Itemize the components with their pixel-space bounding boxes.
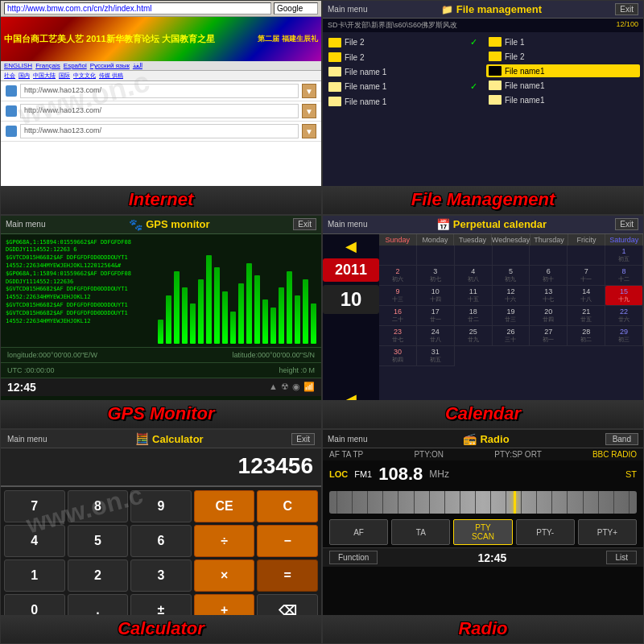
cal-day-28[interactable]: 23廿七 (379, 326, 417, 346)
cal-day-0[interactable] (379, 246, 417, 266)
cal-day-26[interactable]: 21廿五 (568, 306, 605, 326)
search-box[interactable]: Google (274, 2, 318, 14)
nav-link-2[interactable]: 国内 (19, 72, 30, 80)
cal-day-17[interactable]: 12十六 (493, 286, 530, 306)
cal-day-12[interactable]: 7十一 (568, 266, 605, 286)
radio-list-btn[interactable]: List (606, 551, 637, 564)
cal-day-19[interactable]: 14十八 (568, 286, 605, 306)
radio-btn-af[interactable]: AF (329, 519, 388, 545)
lang-de[interactable]: الغة (133, 62, 142, 69)
cal-day-13[interactable]: 8十二 (605, 266, 643, 286)
cal-day-36[interactable]: 31初五 (417, 346, 455, 366)
cal-day-24[interactable]: 19廿三 (493, 306, 530, 326)
bookmark-arrow-1[interactable]: ▼ (302, 84, 316, 98)
radio-menu-btn[interactable]: Main menu (328, 435, 367, 444)
cal-day-9[interactable]: 4初八 (455, 266, 493, 286)
cal-day-30[interactable]: 25廿九 (455, 326, 493, 346)
cal-day-32[interactable]: 27初一 (530, 326, 568, 346)
fm-item-r5[interactable]: File name1 (486, 93, 640, 106)
fm-exit-btn[interactable]: Exit (615, 3, 638, 15)
cal-exit-btn[interactable]: Exit (615, 218, 638, 230)
cal-day-7[interactable]: 2初六 (379, 266, 417, 286)
calc-btn-5[interactable]: 5 (68, 525, 129, 557)
cal-day-34[interactable]: 29初三 (605, 326, 643, 346)
calc-btn-6[interactable]: 6 (130, 525, 192, 557)
radio-band-btn[interactable]: Band (605, 433, 638, 445)
calc-btn-4[interactable]: 4 (4, 525, 65, 557)
calc-btn-8[interactable]: 8 (68, 490, 129, 522)
nav-link-1[interactable]: 社会 (4, 72, 15, 80)
cal-day-8[interactable]: 3初七 (417, 266, 455, 286)
fm-item-r1[interactable]: File 1 (486, 35, 640, 48)
bookmark-url-2[interactable]: http://www.hao123.com/ (20, 104, 299, 118)
cal-day-23[interactable]: 18廿二 (455, 306, 493, 326)
nav-link-3[interactable]: 中国大陆 (33, 72, 56, 80)
radio-btn-ptyminus[interactable]: PTY- (516, 519, 575, 545)
address-bar[interactable]: http://www.bmw.com.cn/cn/zh/index.html (4, 2, 271, 14)
nav-link-5[interactable]: 中文文化 (73, 72, 96, 80)
cal-day-6[interactable]: 1初五 (605, 246, 643, 266)
calc-btn-C[interactable]: C (257, 490, 318, 522)
lang-en[interactable]: ENGLISH (4, 62, 32, 69)
radio-btn-ptyscan[interactable]: PTY SCAN (453, 519, 512, 545)
calc-btn-1[interactable]: 1 (4, 559, 65, 592)
cal-day-25[interactable]: 20廿四 (530, 306, 568, 326)
lang-fr[interactable]: Français (35, 62, 60, 69)
nav-link-6[interactable]: 传媒 供稿 (99, 72, 123, 80)
bookmark-arrow-3[interactable]: ▼ (302, 124, 316, 138)
cal-day-3[interactable] (493, 246, 530, 266)
gps-exit-btn[interactable]: Exit (293, 218, 316, 230)
cal-day-21[interactable]: 16二十 (379, 306, 417, 326)
fm-item-1[interactable]: File 2 ✓ (326, 35, 480, 49)
cal-day-16[interactable]: 11十五 (455, 286, 493, 306)
lang-es[interactable]: Español (64, 62, 87, 69)
cal-day-15[interactable]: 10十四 (417, 286, 455, 306)
calc-btn-_[interactable]: × (194, 559, 255, 592)
calc-btn-3[interactable]: 3 (130, 559, 192, 592)
bookmark-arrow-2[interactable]: ▼ (302, 104, 316, 118)
fm-item-r4[interactable]: File name1 (486, 79, 640, 92)
cal-day-10[interactable]: 5初九 (493, 266, 530, 286)
fm-item-r3[interactable]: File name1 (486, 64, 640, 77)
cal-day-29[interactable]: 24廿八 (417, 326, 455, 346)
calc-btn-2[interactable]: 2 (68, 559, 129, 592)
fm-item-4[interactable]: File name 1 ✓ (326, 80, 480, 93)
nav-link-4[interactable]: 国际 (59, 72, 70, 80)
cal-day-35[interactable]: 30初四 (379, 346, 417, 366)
bookmark-url-3[interactable]: http://www.hao123.com/ (20, 124, 299, 138)
cal-day-33[interactable]: 28初二 (568, 326, 605, 346)
cal-day-1[interactable] (417, 246, 455, 266)
fm-item-r2[interactable]: File 2 (486, 50, 640, 63)
calc-menu-btn[interactable]: Main menu (7, 435, 47, 444)
calc-exit-btn[interactable]: Exit (291, 433, 315, 445)
gps-menu-btn[interactable]: Main menu (6, 220, 45, 229)
calc-btn-CE[interactable]: CE (194, 490, 255, 522)
cal-day-2[interactable] (455, 246, 493, 266)
cal-prev-btn[interactable]: ◀ (323, 234, 379, 258)
cal-day-11[interactable]: 6初十 (530, 266, 568, 286)
calc-btn-_[interactable]: = (257, 559, 318, 592)
fm-item-5[interactable]: File name 1 (326, 95, 480, 108)
calc-btn-_[interactable]: − (257, 525, 318, 557)
cal-day-18[interactable]: 13十七 (530, 286, 568, 306)
fm-item-2[interactable]: File 2 (326, 51, 480, 64)
cal-menu-btn[interactable]: Main menu (328, 220, 367, 229)
cal-day-5[interactable] (568, 246, 605, 266)
calc-btn-9[interactable]: 9 (130, 490, 192, 522)
bookmark-url-1[interactable]: http://www.hao123.com/ (20, 84, 299, 98)
radio-function-btn[interactable]: Function (329, 551, 378, 564)
cal-day-27[interactable]: 22廿六 (605, 306, 643, 326)
cal-day-20[interactable]: 15十九 (605, 286, 643, 306)
radio-btn-ta[interactable]: TA (391, 519, 450, 545)
calc-btn-_[interactable]: ÷ (194, 525, 255, 557)
cal-day-4[interactable] (530, 246, 568, 266)
lang-ru[interactable]: Русский язык (90, 62, 130, 69)
cal-day-14[interactable]: 9十三 (379, 286, 417, 306)
radio-btn-ptyplus[interactable]: PTY+ (578, 519, 637, 545)
cal-day-22[interactable]: 17廿一 (417, 306, 455, 326)
calc-btn-7[interactable]: 7 (4, 490, 65, 522)
radio-scale[interactable] (329, 491, 637, 514)
fm-item-3[interactable]: File name 1 (326, 65, 480, 78)
cal-day-31[interactable]: 26三十 (493, 326, 530, 346)
fm-menu-btn[interactable]: Main menu (328, 5, 367, 14)
